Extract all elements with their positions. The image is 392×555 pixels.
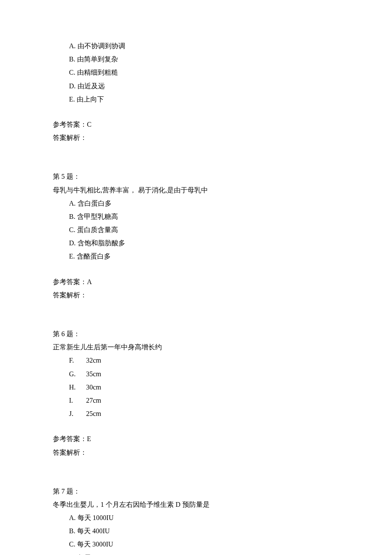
q7-options: A. 每天 1000IU B. 每天 400IU C. 每天 3000IU D.…	[53, 511, 392, 555]
q6-option-f-value: 32cm	[86, 354, 101, 367]
q4-answer: 参考答案：C	[53, 118, 392, 131]
q5-options: A. 含白蛋白多 B. 含甲型乳糖高 C. 蛋白质含量高 D. 含饱和脂肪酸多 …	[53, 197, 392, 263]
q5-option-e: E. 含酪蛋白多	[69, 250, 392, 263]
q7-option-d: D. 每天 20ooIU	[69, 551, 392, 555]
q6-option-f-letter: F.	[69, 354, 86, 367]
q5-analysis: 答案解析：	[53, 288, 392, 302]
q5-answer: 参考答案：A	[53, 275, 392, 288]
q6-option-j-value: 25cm	[86, 407, 101, 420]
q6-options: F. 32cm G. 35cm H. 30cm I. 27cm J. 25cm	[53, 354, 392, 420]
q6-option-h-value: 30cm	[86, 381, 101, 394]
q5-option-c: C. 蛋白质含量高	[69, 223, 392, 236]
q6-option-j: J. 25cm	[69, 407, 392, 420]
q6-option-i-value: 27cm	[86, 394, 101, 407]
q5-option-b: B. 含甲型乳糖高	[69, 210, 392, 223]
q4-options: A. 由不协调到协调 B. 由简单到复杂 C. 由精细到粗糙 D. 由近及远 E…	[53, 39, 392, 106]
q6-answer: 参考答案：E	[53, 432, 392, 445]
q6-option-h-letter: H.	[69, 381, 86, 394]
q6-option-h: H. 30cm	[69, 381, 392, 394]
q7-option-a: A. 每天 1000IU	[69, 511, 392, 524]
q4-analysis: 答案解析：	[53, 131, 392, 144]
q5-stem: 母乳与牛乳相比,营养丰富， 易于消化,是由于母乳中	[53, 183, 392, 197]
q7-option-b: B. 每天 400IU	[69, 524, 392, 538]
q6-option-j-letter: J.	[69, 407, 86, 420]
q6-option-g-letter: G.	[69, 367, 86, 381]
q5-option-a: A. 含白蛋白多	[69, 197, 392, 210]
q6-option-g-value: 35cm	[86, 367, 101, 381]
q7-stem: 冬季出生婴儿，1 个月左右因给予维生素 D 预防量是	[53, 498, 392, 511]
q4-option-b: B. 由简单到复杂	[69, 52, 392, 66]
q4-option-c: C. 由精细到粗糙	[69, 66, 392, 79]
q6-option-i: I. 27cm	[69, 394, 392, 407]
q7-header: 第 7 题：	[53, 485, 392, 498]
q6-option-f: F. 32cm	[69, 354, 392, 367]
q4-option-d: D. 由近及远	[69, 79, 392, 93]
q4-option-a: A. 由不协调到协调	[69, 39, 392, 52]
q4-option-e: E. 由上向下	[69, 93, 392, 106]
q6-option-g: G. 35cm	[69, 367, 392, 381]
q6-stem: 正常新生儿生后第一年中身高增长约	[53, 340, 392, 354]
q7-option-c: C. 每天 3000IU	[69, 538, 392, 551]
q6-analysis: 答案解析：	[53, 446, 392, 459]
q6-option-i-letter: I.	[69, 394, 86, 407]
q5-header: 第 5 题：	[53, 170, 392, 183]
q6-header: 第 6 题：	[53, 327, 392, 340]
q5-option-d: D. 含饱和脂肪酸多	[69, 236, 392, 250]
